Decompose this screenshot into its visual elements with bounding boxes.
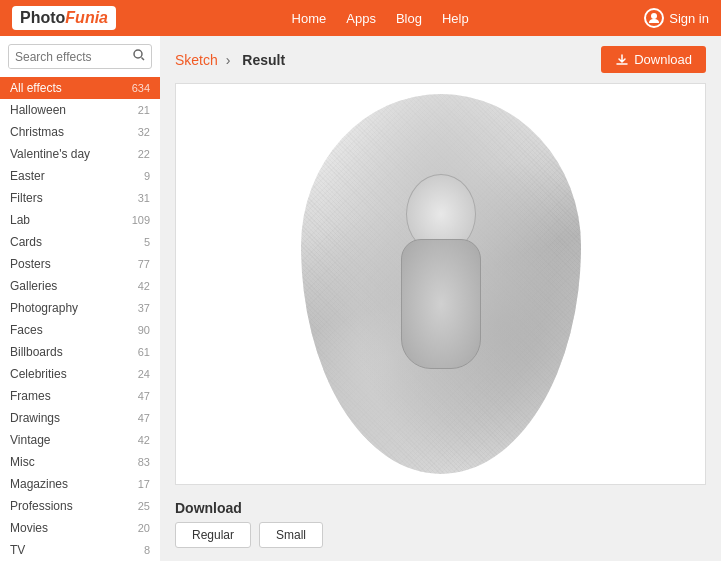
search-button[interactable] [127, 45, 151, 68]
sidebar-item-count: 42 [138, 280, 150, 292]
sidebar-item-lab[interactable]: Lab109 [0, 209, 160, 231]
sidebar-item-label: Vintage [10, 433, 50, 447]
sidebar-item-all-effects[interactable]: All effects634 [0, 77, 160, 99]
sidebar-item-count: 37 [138, 302, 150, 314]
download-buttons: Regular Small [175, 522, 706, 548]
sidebar-item-halloween[interactable]: Halloween21 [0, 99, 160, 121]
user-icon [644, 8, 664, 28]
nav-apps[interactable]: Apps [346, 11, 376, 26]
sidebar-item-count: 83 [138, 456, 150, 468]
sidebar-item-count: 47 [138, 412, 150, 424]
logo[interactable]: PhotoFunia [12, 6, 116, 30]
sign-in-button[interactable]: Sign in [644, 8, 709, 28]
sign-in-label: Sign in [669, 11, 709, 26]
content-area: Sketch › Result Download [160, 36, 721, 561]
sidebar-item-label: Billboards [10, 345, 63, 359]
sidebar-item-label: Movies [10, 521, 48, 535]
sidebar-item-label: Posters [10, 257, 51, 271]
sidebar-item-label: Halloween [10, 103, 66, 117]
download-top-button[interactable]: Download [601, 46, 706, 73]
sidebar-item-photography[interactable]: Photography37 [0, 297, 160, 319]
sidebar: All effects634Halloween21Christmas32Vale… [0, 36, 160, 561]
sidebar-item-label: Faces [10, 323, 43, 337]
sidebar-item-count: 42 [138, 434, 150, 446]
nav-blog[interactable]: Blog [396, 11, 422, 26]
sidebar-item-label: Magazines [10, 477, 68, 491]
sidebar-item-label: All effects [10, 81, 62, 95]
sidebar-item-tv[interactable]: TV8 [0, 539, 160, 561]
sidebar-item-count: 109 [132, 214, 150, 226]
sidebar-item-posters[interactable]: Posters77 [0, 253, 160, 275]
breadcrumb-current: Result [242, 52, 285, 68]
svg-point-1 [134, 50, 142, 58]
sidebar-item-count: 25 [138, 500, 150, 512]
sidebar-item-label: Misc [10, 455, 35, 469]
sidebar-item-label: Christmas [10, 125, 64, 139]
download-section-label: Download [175, 500, 706, 516]
main-container: All effects634Halloween21Christmas32Vale… [0, 36, 721, 561]
sidebar-item-filters[interactable]: Filters31 [0, 187, 160, 209]
sidebar-item-christmas[interactable]: Christmas32 [0, 121, 160, 143]
breadcrumb-link[interactable]: Sketch [175, 52, 218, 68]
logo-photo: Photo [20, 9, 65, 27]
download-small-button[interactable]: Small [259, 522, 323, 548]
sidebar-item-galleries[interactable]: Galleries42 [0, 275, 160, 297]
sidebar-item-label: Lab [10, 213, 30, 227]
sidebar-item-easter[interactable]: Easter9 [0, 165, 160, 187]
sidebar-item-faces[interactable]: Faces90 [0, 319, 160, 341]
result-image [301, 94, 581, 474]
figure [361, 174, 521, 454]
download-regular-button[interactable]: Regular [175, 522, 251, 548]
download-top-label: Download [634, 52, 692, 67]
sidebar-item-valentine-s-day[interactable]: Valentine's day22 [0, 143, 160, 165]
sidebar-item-count: 61 [138, 346, 150, 358]
search-box[interactable] [8, 44, 152, 69]
sidebar-item-label: Photography [10, 301, 78, 315]
sidebar-item-label: TV [10, 543, 25, 557]
sidebar-item-count: 21 [138, 104, 150, 116]
breadcrumb-separator: › [226, 52, 231, 68]
sidebar-item-count: 17 [138, 478, 150, 490]
sidebar-item-billboards[interactable]: Billboards61 [0, 341, 160, 363]
breadcrumb-row: Sketch › Result Download [175, 46, 706, 73]
header: PhotoFunia Home Apps Blog Help Sign in [0, 0, 721, 36]
sidebar-item-count: 20 [138, 522, 150, 534]
search-input[interactable] [9, 46, 127, 68]
sidebar-item-label: Cards [10, 235, 42, 249]
sidebar-item-count: 32 [138, 126, 150, 138]
sidebar-item-drawings[interactable]: Drawings47 [0, 407, 160, 429]
sidebar-item-movies[interactable]: Movies20 [0, 517, 160, 539]
sidebar-item-label: Valentine's day [10, 147, 90, 161]
sidebar-item-count: 5 [144, 236, 150, 248]
sidebar-item-count: 77 [138, 258, 150, 270]
sidebar-items-list: All effects634Halloween21Christmas32Vale… [0, 77, 160, 561]
sidebar-item-count: 9 [144, 170, 150, 182]
sidebar-item-count: 634 [132, 82, 150, 94]
sidebar-item-count: 24 [138, 368, 150, 380]
nav-help[interactable]: Help [442, 11, 469, 26]
sidebar-item-label: Frames [10, 389, 51, 403]
sidebar-item-count: 31 [138, 192, 150, 204]
sidebar-item-vintage[interactable]: Vintage42 [0, 429, 160, 451]
sidebar-item-magazines[interactable]: Magazines17 [0, 473, 160, 495]
sidebar-item-frames[interactable]: Frames47 [0, 385, 160, 407]
sidebar-item-misc[interactable]: Misc83 [0, 451, 160, 473]
sidebar-item-professions[interactable]: Professions25 [0, 495, 160, 517]
nav-home[interactable]: Home [292, 11, 327, 26]
sidebar-item-label: Professions [10, 499, 73, 513]
figure-body [401, 239, 481, 369]
download-section: Download Regular Small [175, 500, 706, 548]
sidebar-item-label: Drawings [10, 411, 60, 425]
sidebar-item-label: Filters [10, 191, 43, 205]
breadcrumb: Sketch › Result [175, 52, 289, 68]
sidebar-item-celebrities[interactable]: Celebrities24 [0, 363, 160, 385]
sidebar-item-count: 47 [138, 390, 150, 402]
search-icon [133, 49, 145, 61]
svg-line-2 [142, 58, 145, 61]
sidebar-item-cards[interactable]: Cards5 [0, 231, 160, 253]
sidebar-item-label: Easter [10, 169, 45, 183]
sketch-inner [301, 94, 581, 474]
result-image-frame [175, 83, 706, 485]
sidebar-item-label: Celebrities [10, 367, 67, 381]
nav: Home Apps Blog Help [292, 11, 469, 26]
